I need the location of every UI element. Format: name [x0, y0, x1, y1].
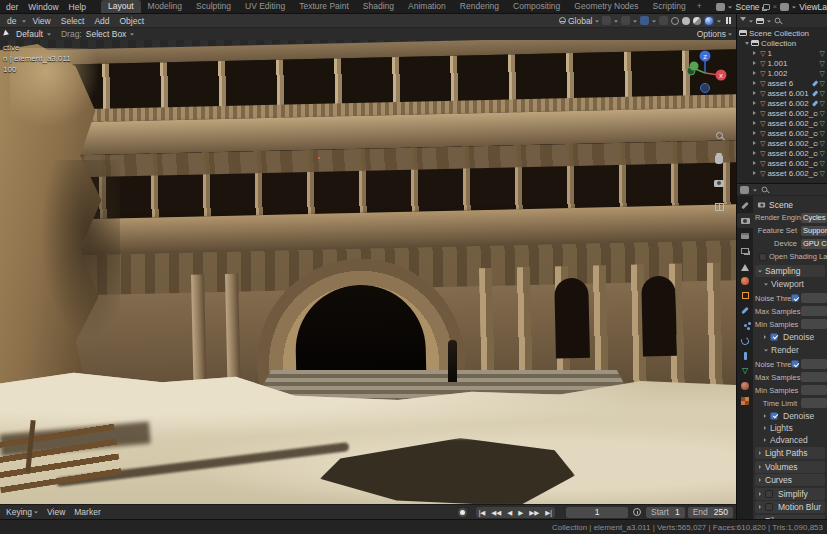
properties-search-icon[interactable]	[762, 187, 768, 193]
device-dropdown[interactable]: GPU Compute	[801, 239, 827, 249]
jump-to-end-button[interactable]: ▶|	[542, 507, 555, 518]
tab-physics-properties[interactable]	[737, 333, 753, 348]
expand-icon[interactable]	[753, 171, 758, 175]
expand-icon[interactable]	[753, 111, 758, 115]
denoise-checkbox[interactable]	[770, 412, 778, 420]
drag-mode-dropdown[interactable]: Select Box	[86, 29, 127, 39]
outliner-row[interactable]: ▽ 1 ▽	[737, 48, 827, 58]
outliner-row[interactable]: ▽ asset 6.002_cell.040 ▽	[737, 138, 827, 148]
menu-add[interactable]: Add	[90, 16, 113, 26]
render-engine-dropdown[interactable]: Cycles	[801, 213, 827, 223]
tab-particle-properties[interactable]	[737, 318, 753, 333]
denoise-checkbox[interactable]	[770, 333, 778, 341]
viewlayer-icon[interactable]	[780, 3, 789, 11]
mesh-data-icon[interactable]: ▽	[820, 60, 825, 67]
noise-threshold-field[interactable]	[801, 293, 827, 303]
expand-icon[interactable]	[753, 51, 758, 55]
light-paths-section-header[interactable]: Light Paths	[755, 447, 825, 459]
tab-world-properties[interactable]	[737, 273, 753, 288]
mesh-data-icon[interactable]: ▽	[820, 90, 825, 97]
expand-icon[interactable]	[753, 91, 758, 95]
viewport-denoise-row[interactable]: Denoise	[753, 331, 827, 343]
time-limit-field[interactable]	[801, 398, 827, 408]
tab-geometry-nodes[interactable]: Geometry Nodes	[567, 0, 645, 13]
noise-threshold-field[interactable]	[801, 359, 827, 369]
display-mode-icon[interactable]	[756, 18, 764, 24]
keying-dropdown[interactable]: Keying	[3, 507, 41, 517]
tab-compositing[interactable]: Compositing	[506, 0, 567, 13]
menu-window[interactable]: Window	[23, 2, 63, 12]
add-workspace-button[interactable]: +	[693, 0, 706, 13]
outliner-row[interactable]: ▽ asset 6.002_cell.009 ▽	[737, 118, 827, 128]
outliner-search-icon[interactable]	[775, 18, 781, 24]
tab-rendering[interactable]: Rendering	[453, 0, 506, 13]
tab-tool-properties[interactable]	[737, 198, 753, 213]
mesh-data-icon[interactable]: ▽	[820, 160, 825, 167]
viewport-subsection-header[interactable]: Viewport	[761, 278, 825, 290]
tab-texture-properties[interactable]	[737, 393, 753, 408]
advanced-row[interactable]: Advanced	[753, 434, 827, 446]
motion-blur-checkbox[interactable]	[765, 503, 773, 511]
mesh-data-icon[interactable]: ▽	[820, 130, 825, 137]
browse-scene-icon[interactable]	[716, 3, 725, 11]
rendered-shading-icon[interactable]	[705, 17, 713, 25]
frame-start-field[interactable]: Start1	[646, 507, 685, 518]
lights-row[interactable]: Lights	[753, 422, 827, 434]
tab-uv-editing[interactable]: UV Editing	[238, 0, 292, 13]
outliner-row[interactable]: ▽ asset 6 ▽	[737, 78, 827, 88]
outliner-row[interactable]: ▽ asset 6.002_cell.043 ▽	[737, 148, 827, 158]
outliner-row[interactable]: ▽ asset 6.002_cell.001 ▽	[737, 108, 827, 118]
expand-icon[interactable]	[753, 141, 758, 145]
expand-icon[interactable]	[745, 42, 749, 47]
max-samples-field[interactable]	[801, 306, 827, 316]
scene-name-field[interactable]: Scene	[735, 2, 759, 12]
pivot-point-icon[interactable]	[602, 16, 611, 25]
tab-layout[interactable]: Layout	[101, 0, 141, 13]
modifier-icon[interactable]	[812, 90, 818, 96]
render-denoise-row[interactable]: Denoise	[753, 410, 827, 422]
simplify-section-header[interactable]: Simplify	[755, 488, 825, 500]
remove-scene-icon[interactable]: ×	[773, 2, 778, 11]
timeline-menu-view[interactable]: View	[44, 507, 68, 517]
noise-threshold-checkbox[interactable]	[791, 294, 799, 302]
tab-modifier-properties[interactable]	[737, 303, 753, 318]
menu-help[interactable]: Help	[64, 2, 91, 12]
viewlayer-name-field[interactable]: ViewLa	[799, 2, 827, 12]
motion-blur-section-header[interactable]: Motion Blur	[755, 501, 825, 513]
outliner-row[interactable]: ▽ asset 6.002_cell.028 ▽	[737, 128, 827, 138]
pause-icon[interactable]	[726, 17, 732, 24]
menu-view[interactable]: View	[28, 16, 54, 26]
expand-icon[interactable]	[753, 61, 758, 65]
outliner-row[interactable]: ▽ 1.001 ▽	[737, 58, 827, 68]
expand-icon[interactable]	[753, 151, 758, 155]
mesh-data-icon[interactable]: ▽	[820, 100, 825, 107]
expand-icon[interactable]	[753, 121, 758, 125]
curves-section-header[interactable]: Curves	[755, 474, 825, 486]
timeline-menu-marker[interactable]: Marker	[71, 507, 103, 517]
expand-icon[interactable]	[753, 131, 758, 135]
current-frame-field[interactable]: 1	[566, 507, 628, 518]
volumes-section-header[interactable]: Volumes	[755, 461, 825, 473]
wireframe-shading-icon[interactable]	[671, 17, 679, 25]
tab-texture-paint[interactable]: Texture Paint	[292, 0, 356, 13]
noise-threshold-checkbox[interactable]	[791, 360, 799, 368]
outliner-row[interactable]: ▽ asset 6.002_cell.057 ▽	[737, 158, 827, 168]
tab-material-properties[interactable]	[737, 378, 753, 393]
expand-icon[interactable]	[753, 71, 758, 75]
pan-hand-icon[interactable]	[712, 152, 726, 166]
tab-constraint-properties[interactable]	[737, 348, 753, 363]
tab-shading[interactable]: Shading	[356, 0, 401, 13]
prev-keyframe-button[interactable]: ◀◀	[488, 507, 504, 518]
render-subsection-header[interactable]: Render	[761, 344, 825, 356]
outliner-row[interactable]: ▽ asset 6.001 ▽	[737, 88, 827, 98]
perspective-toggle-icon[interactable]	[712, 200, 726, 214]
osl-checkbox[interactable]	[759, 253, 767, 261]
outliner-row-scene-collection[interactable]: Scene Collection	[737, 28, 827, 38]
tab-viewlayer-properties[interactable]	[737, 243, 753, 258]
play-reverse-button[interactable]: ◀	[504, 507, 515, 518]
menu-select[interactable]: Select	[57, 16, 89, 26]
frame-end-field[interactable]: End250	[688, 507, 733, 518]
sampling-section-header[interactable]: Sampling	[755, 265, 825, 277]
outliner-row[interactable]: ▽ asset 6.002 ▽	[737, 98, 827, 108]
menu-render[interactable]: der	[1, 2, 23, 12]
